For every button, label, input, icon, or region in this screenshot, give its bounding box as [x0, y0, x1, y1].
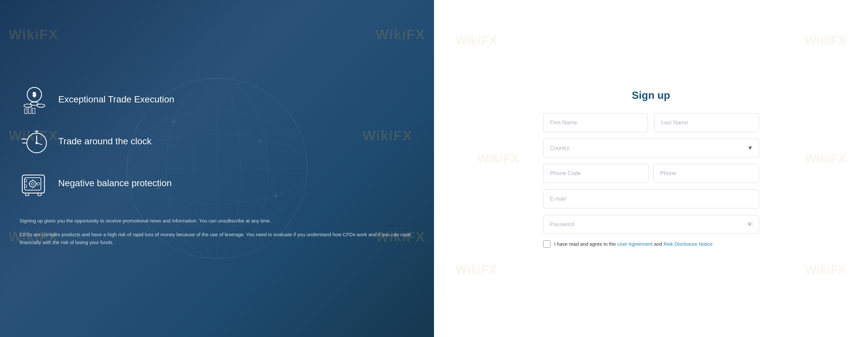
- trade-clock-label: Trade around the clock: [58, 135, 151, 147]
- vault-icon: [20, 168, 49, 198]
- agreement-label: I have read and agree to the User Agreem…: [554, 241, 713, 248]
- svg-point-35: [29, 181, 36, 187]
- country-group: Country ▼: [543, 139, 759, 157]
- feature-trade-clock: Trade around the clock: [20, 127, 414, 156]
- watermark-1: WikiFX: [9, 27, 59, 42]
- svg-point-21: [37, 104, 45, 107]
- agreement-row: I have read and agree to the User Agreem…: [543, 241, 759, 248]
- feature-negative-balance: Negative balance protection: [20, 168, 414, 198]
- wm-right-1: WikiFX: [456, 34, 497, 48]
- agreement-and: and: [653, 241, 663, 247]
- password-input[interactable]: [543, 215, 759, 234]
- exceptional-trade-label: Exceptional Trade Execution: [58, 94, 174, 105]
- agreement-prefix: I have read and agree to the: [554, 241, 618, 247]
- svg-text:$: $: [33, 91, 36, 98]
- email-row: [543, 189, 759, 208]
- wm-right-4: WikiFX: [805, 152, 846, 166]
- wm-right-2: WikiFX: [805, 34, 846, 48]
- email-input[interactable]: [543, 189, 759, 208]
- signup-form: Sign up Country ▼: [543, 89, 759, 248]
- agreement-checkbox[interactable]: [543, 241, 551, 248]
- phone-number-group: [653, 164, 759, 183]
- feature-exceptional-trade: $ Exceptional Trade Execution: [20, 85, 414, 114]
- disclaimer-section: Signing up gives you the opportunity to …: [20, 217, 414, 252]
- wm-right-3: WikiFX: [477, 152, 519, 166]
- features-list: $ Exceptional Trade Execution: [20, 85, 414, 210]
- watermark-2: WikiFX: [376, 27, 426, 42]
- svg-rect-23: [28, 107, 31, 114]
- chart-icon: $: [20, 85, 49, 114]
- left-panel: WikiFX WikiFX WikiFX WikiFX WikiFX WikiF…: [0, 0, 434, 337]
- phone-input[interactable]: [653, 164, 759, 183]
- eye-icon[interactable]: 👁: [747, 220, 753, 228]
- svg-rect-24: [32, 108, 35, 114]
- risk-disclosure-link[interactable]: Risk Disclosure Notice: [663, 241, 713, 247]
- email-group: [543, 189, 759, 208]
- phone-code-group: [543, 164, 649, 183]
- svg-point-36: [31, 183, 34, 185]
- phone-code-input[interactable]: [543, 164, 649, 183]
- country-select[interactable]: Country: [543, 139, 759, 157]
- signup-title: Sign up: [543, 89, 759, 101]
- password-group: 👁: [543, 215, 759, 234]
- disclaimer-cfds: CFDs are complex products and have a hig…: [20, 231, 414, 246]
- country-row: Country ▼: [543, 139, 759, 157]
- password-row: 👁: [543, 215, 759, 234]
- right-panel: WikiFX WikiFX WikiFX WikiFX WikiFX WikiF…: [434, 0, 868, 337]
- user-agreement-link[interactable]: User Agreement: [617, 241, 652, 247]
- name-row: [543, 113, 759, 132]
- phone-row: [543, 164, 759, 183]
- clock-icon: [20, 127, 49, 156]
- first-name-group: [543, 113, 648, 132]
- disclaimer-promo: Signing up gives you the opportunity to …: [20, 217, 414, 225]
- last-name-group: [654, 113, 759, 132]
- wm-right-5: WikiFX: [456, 263, 497, 277]
- svg-point-41: [37, 183, 39, 185]
- last-name-input[interactable]: [654, 113, 759, 132]
- svg-rect-22: [25, 109, 27, 114]
- negative-balance-label: Negative balance protection: [58, 177, 172, 189]
- first-name-input[interactable]: [543, 113, 648, 132]
- wm-right-6: WikiFX: [805, 263, 846, 277]
